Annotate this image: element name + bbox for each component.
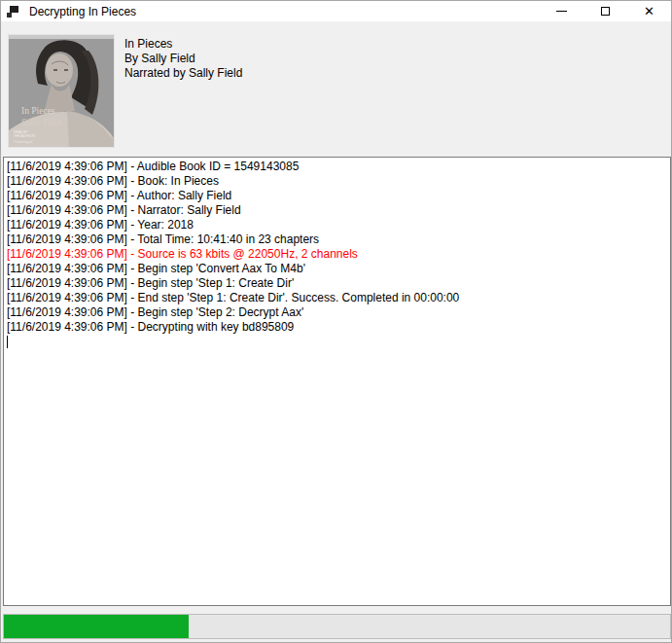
book-cover-image: In Pieces Sally Field READ BY THE AUTHOR… [9,35,114,147]
log-line: [11/6/2019 4:39:06 PM] - Audible Book ID… [7,160,667,174]
log-line: [11/6/2019 4:39:06 PM] - Begin step 'Ste… [7,305,667,320]
minimize-icon [556,11,567,12]
close-button[interactable]: ✕ [627,1,671,21]
titlebar[interactable]: Decrypting In Pieces ✕ [1,1,671,21]
text-caret [7,336,8,348]
app-icon [7,5,20,18]
log-line: [11/6/2019 4:39:06 PM] - Decrypting with… [7,320,667,335]
log-line: [11/6/2019 4:39:06 PM] - Author: Sally F… [7,189,667,203]
log-line: [11/6/2019 4:39:06 PM] - Begin step 'Con… [7,262,667,276]
log-output-textbox[interactable]: [11/6/2019 4:39:06 PM] - Audible Book ID… [3,157,671,606]
log-line: [11/6/2019 4:39:06 PM] - Total Time: 10:… [7,232,667,247]
cover-art-illustration: In Pieces Sally Field READ BY THE AUTHOR… [9,35,114,147]
app-window: Decrypting In Pieces ✕ [0,0,672,643]
log-line: [11/6/2019 4:39:06 PM] - End step 'Step … [7,291,667,305]
cover-title-text: In Pieces [21,106,55,116]
log-line: [11/6/2019 4:39:06 PM] - Source is 63 kb… [7,247,667,262]
cover-edition-text: Unabridged [14,139,33,144]
header: In Pieces Sally Field READ BY THE AUTHOR… [1,21,671,157]
cover-badge-line2: THE AUTHOR [14,134,35,138]
book-meta: In Pieces By Sally Field Narrated by Sal… [124,37,242,81]
log-line: [11/6/2019 4:39:06 PM] - Book: In Pieces [7,174,667,189]
progress-bar [3,614,671,639]
minimize-button[interactable] [540,1,584,21]
log-line: [11/6/2019 4:39:06 PM] - Narrator: Sally… [7,203,667,218]
book-narrator: Narrated by Sally Field [124,66,242,81]
close-icon: ✕ [644,4,654,18]
maximize-icon [601,7,610,16]
maximize-button[interactable] [584,1,627,21]
log-line: [11/6/2019 4:39:06 PM] - Begin step 'Ste… [7,276,667,291]
book-author: By Sally Field [124,52,242,66]
progress-bar-fill [4,615,189,638]
window-controls: ✕ [540,1,671,21]
log-line: [11/6/2019 4:39:06 PM] - Year: 2018 [7,218,667,232]
cover-author-text: Sally Field [21,118,62,127]
window-title: Decrypting In Pieces [29,5,136,18]
book-title: In Pieces [124,37,242,52]
